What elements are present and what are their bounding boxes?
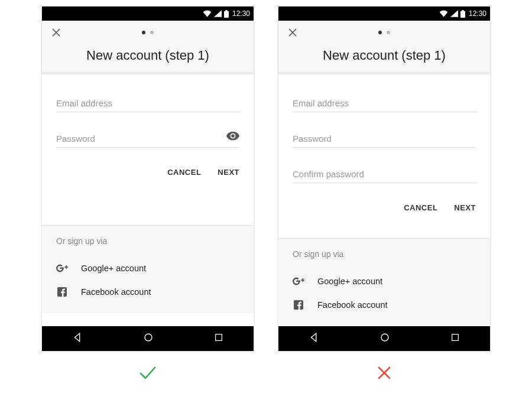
email-field-wrap — [56, 95, 239, 112]
email-field[interactable] — [293, 95, 476, 112]
google-signup-row[interactable]: Google+ account — [56, 256, 239, 280]
facebook-signup-label: Facebook account — [317, 300, 388, 310]
circle-home-icon — [143, 332, 154, 343]
password-field-wrap — [293, 130, 476, 148]
status-bar: 12:30 — [42, 6, 254, 21]
nav-home-button[interactable] — [143, 332, 154, 345]
cell-signal-icon — [450, 10, 458, 17]
google-plus-icon — [56, 262, 68, 274]
svg-point-4 — [381, 334, 388, 341]
pager-dots — [142, 31, 154, 34]
alt-signup: Or sign up via Google+ account Facebook … — [42, 225, 254, 313]
pager-dot-2 — [387, 31, 390, 34]
nav-bar — [42, 326, 254, 351]
facebook-signup-row[interactable]: Facebook account — [293, 293, 476, 317]
spacer — [278, 225, 490, 238]
cancel-button[interactable]: CANCEL — [404, 203, 437, 212]
square-recent-icon — [214, 333, 223, 342]
spacer — [42, 190, 254, 225]
facebook-icon — [293, 299, 304, 311]
app-bar: New account (step 1) — [278, 21, 490, 73]
pager-dot-1 — [378, 31, 382, 34]
close-icon — [287, 27, 298, 38]
password-field[interactable] — [293, 130, 476, 148]
confirm-password-field-wrap — [293, 165, 476, 183]
wifi-icon — [439, 10, 448, 17]
alt-signup: Or sign up via Google+ account Facebook … — [278, 238, 490, 326]
pager-dots — [378, 31, 390, 34]
password-field[interactable] — [56, 130, 239, 148]
nav-recent-button[interactable] — [450, 333, 460, 344]
signup-form: CANCEL NEXT — [42, 73, 254, 190]
circle-home-icon — [379, 332, 390, 343]
triangle-back-icon — [309, 332, 319, 343]
eye-icon — [226, 131, 239, 141]
form-actions: CANCEL NEXT — [293, 201, 476, 218]
email-field-wrap — [293, 95, 476, 112]
svg-point-1 — [145, 334, 152, 341]
close-button[interactable] — [49, 25, 63, 40]
battery-icon — [460, 10, 465, 18]
nav-back-button[interactable] — [309, 332, 319, 345]
google-plus-icon — [293, 275, 304, 287]
next-button[interactable]: NEXT — [454, 203, 476, 212]
nav-back-button[interactable] — [72, 332, 83, 345]
nav-recent-button[interactable] — [214, 333, 223, 344]
status-time: 12:30 — [232, 9, 250, 18]
form-actions: CANCEL NEXT — [56, 165, 239, 183]
google-signup-label: Google+ account — [81, 264, 146, 273]
phone-do: 12:30 New account (step 1) — [41, 6, 254, 352]
phone-dont: 12:30 New account (step 1) — [278, 6, 491, 352]
verdict-do — [41, 366, 254, 380]
email-field[interactable] — [56, 95, 239, 112]
app-bar: New account (step 1) — [42, 21, 254, 73]
triangle-back-icon — [72, 332, 83, 343]
signup-form: CANCEL NEXT — [278, 73, 490, 225]
page-title: New account (step 1) — [42, 48, 254, 63]
facebook-icon — [56, 286, 68, 298]
alt-signup-title: Or sign up via — [293, 249, 476, 259]
facebook-signup-row[interactable]: Facebook account — [56, 280, 239, 304]
facebook-signup-label: Facebook account — [81, 287, 151, 297]
nav-home-button[interactable] — [379, 332, 390, 345]
status-bar: 12:30 — [278, 6, 490, 21]
wifi-icon — [203, 10, 212, 17]
password-field-wrap — [56, 130, 239, 148]
confirm-password-field[interactable] — [293, 165, 476, 183]
verdict-dont — [278, 366, 491, 380]
close-button[interactable] — [286, 25, 300, 40]
cell-signal-icon — [214, 10, 222, 17]
alt-signup-title: Or sign up via — [56, 236, 239, 246]
pager-dot-2 — [150, 31, 154, 34]
google-signup-label: Google+ account — [317, 277, 382, 286]
show-password-button[interactable] — [226, 131, 239, 143]
next-button[interactable]: NEXT — [218, 168, 239, 177]
close-icon — [51, 27, 61, 38]
svg-rect-2 — [216, 334, 222, 341]
battery-icon — [224, 10, 229, 18]
cross-icon — [377, 366, 391, 380]
check-icon — [139, 366, 157, 380]
cancel-button[interactable]: CANCEL — [167, 168, 201, 177]
status-time: 12:30 — [469, 9, 486, 18]
square-recent-icon — [450, 333, 460, 342]
nav-bar — [278, 326, 490, 351]
svg-rect-5 — [452, 334, 459, 341]
google-signup-row[interactable]: Google+ account — [293, 269, 476, 293]
pager-dot-1 — [142, 31, 145, 34]
page-title: New account (step 1) — [278, 48, 490, 63]
